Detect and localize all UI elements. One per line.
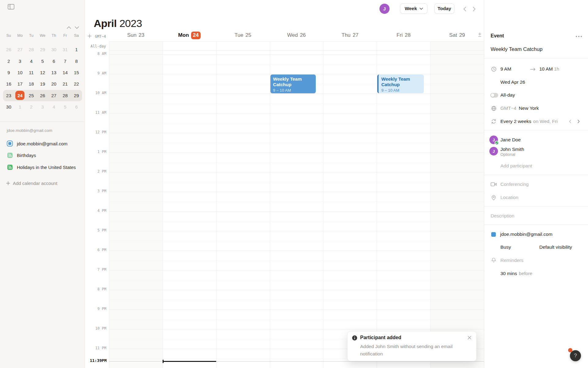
- mini-calendar-day[interactable]: 27: [14, 47, 26, 52]
- mini-calendar-day[interactable]: 21: [59, 81, 71, 86]
- repeat-icon: [491, 118, 497, 125]
- event-timezone[interactable]: GMT−4: [500, 105, 516, 111]
- hour-gridline: [109, 329, 484, 329]
- mini-calendar-day[interactable]: 28: [26, 47, 37, 52]
- reminder-value[interactable]: 30 mins: [500, 271, 517, 276]
- mini-calendar-weekday: Th: [48, 33, 59, 38]
- recurrence-next-icon[interactable]: [576, 119, 581, 124]
- calendar-list-item[interactable]: jdoe.mobbin@gmail.com: [0, 138, 85, 150]
- event-date-field[interactable]: Wed Apr 26: [500, 79, 525, 85]
- mini-calendar-day[interactable]: 3: [37, 104, 48, 109]
- recurrence-field[interactable]: Every 2 weeks: [500, 119, 531, 124]
- mini-calendar-day[interactable]: 27: [48, 93, 59, 98]
- mini-calendar-day[interactable]: 12: [37, 70, 48, 75]
- mini-calendar-day[interactable]: 25: [26, 93, 37, 98]
- day-header[interactable]: Thu27: [323, 29, 377, 41]
- mini-calendar-day[interactable]: 29: [71, 93, 82, 98]
- mini-calendar-day[interactable]: 2: [3, 59, 14, 64]
- event-calendar-selector[interactable]: jdoe.mobbin@gmail.com: [500, 232, 552, 237]
- help-button[interactable]: ?: [570, 350, 581, 361]
- mini-calendar-day[interactable]: 14: [59, 70, 71, 75]
- reminders-field[interactable]: Reminders: [500, 258, 523, 263]
- sidebar-toggle-icon[interactable]: [7, 4, 15, 10]
- mini-calendar-day[interactable]: 2: [26, 104, 37, 109]
- timezone-city[interactable]: New York: [519, 105, 539, 111]
- mini-calendar-day[interactable]: 10: [14, 70, 26, 75]
- mini-calendar-day[interactable]: 31: [59, 47, 71, 52]
- today-button[interactable]: Today: [434, 3, 454, 14]
- day-header-label: Sun: [127, 32, 136, 38]
- view-selector-button[interactable]: Week: [400, 3, 428, 14]
- close-icon[interactable]: [467, 335, 472, 340]
- recurrence-prev-icon[interactable]: [567, 119, 572, 124]
- mini-calendar-day[interactable]: 23: [3, 93, 14, 98]
- mini-calendar-day[interactable]: 1: [71, 47, 82, 52]
- mini-calendar-day[interactable]: 11: [26, 70, 37, 75]
- mini-calendar-day[interactable]: 24: [14, 91, 26, 100]
- mini-calendar-day[interactable]: 6: [48, 59, 59, 64]
- all-day-toggle[interactable]: [490, 93, 498, 98]
- event-card[interactable]: Weekly Team Catchup9 – 10 AM: [270, 75, 316, 93]
- mini-calendar-day[interactable]: 6: [71, 104, 82, 109]
- mini-calendar-day[interactable]: 17: [14, 81, 26, 86]
- mini-calendar-day[interactable]: 1: [14, 104, 26, 109]
- description-field[interactable]: Description: [491, 213, 514, 219]
- calendar-list-item[interactable]: Holidays in the United States: [0, 161, 85, 173]
- visibility-selector[interactable]: Default visibility: [539, 244, 572, 250]
- mini-calendar-day[interactable]: 15: [71, 70, 82, 75]
- mini-calendar-next-icon[interactable]: [74, 25, 80, 29]
- location-field[interactable]: Location: [500, 195, 518, 200]
- prev-week-icon[interactable]: [462, 6, 467, 12]
- timezone-label[interactable]: GMT−4: [85, 34, 106, 39]
- all-day-row[interactable]: [109, 42, 484, 51]
- day-header[interactable]: Mon24: [163, 29, 216, 41]
- half-hour-gridline: [109, 103, 484, 104]
- mini-calendar-day[interactable]: 9: [3, 70, 14, 75]
- add-calendar-account-button[interactable]: Add calendar account: [6, 181, 57, 186]
- mini-calendar-day[interactable]: 22: [71, 81, 82, 86]
- mini-calendar-day[interactable]: 4: [48, 104, 59, 109]
- end-time-field[interactable]: 10 AM: [539, 66, 553, 72]
- more-options-icon[interactable]: [575, 33, 583, 39]
- mini-calendar-day[interactable]: 19: [37, 81, 48, 86]
- mini-calendar-day[interactable]: 8: [71, 59, 82, 64]
- day-header[interactable]: Wed26: [270, 29, 323, 41]
- busy-status-selector[interactable]: Busy: [500, 244, 511, 250]
- mini-calendar-today-badge[interactable]: 24: [15, 91, 24, 100]
- add-participant-input[interactable]: Add participant: [500, 163, 532, 169]
- day-header[interactable]: Sun23: [109, 29, 163, 41]
- user-avatar[interactable]: J: [379, 4, 390, 14]
- mini-calendar-day[interactable]: 5: [59, 104, 71, 109]
- start-time-field[interactable]: 9 AM: [500, 66, 511, 72]
- mini-calendar-day[interactable]: 4: [26, 59, 37, 64]
- day-header[interactable]: Tue25: [216, 29, 270, 41]
- rss-icon[interactable]: [7, 152, 13, 159]
- conferencing-field[interactable]: Conferencing: [500, 182, 529, 187]
- event-card[interactable]: Weekly Team Catchup9 – 10 AM: [377, 75, 424, 93]
- rss-icon[interactable]: [7, 164, 13, 170]
- toast-notification: Participant added Added John Smith witho…: [347, 331, 477, 361]
- day-header[interactable]: Sat29: [430, 29, 484, 41]
- day-header-date: 28: [405, 32, 411, 38]
- calendar-checkbox-icon[interactable]: [7, 140, 13, 147]
- participant-row[interactable]: JJane Doe: [484, 135, 588, 145]
- mini-calendar-day[interactable]: 28: [59, 93, 71, 98]
- mini-calendar-day[interactable]: 29: [37, 47, 48, 52]
- mini-calendar-day[interactable]: 16: [3, 81, 14, 86]
- mini-calendar-day[interactable]: 5: [37, 59, 48, 64]
- mini-calendar-day[interactable]: 13: [48, 70, 59, 75]
- mini-calendar-day[interactable]: 26: [3, 47, 14, 52]
- mini-calendar-day[interactable]: 30: [3, 104, 14, 109]
- day-header[interactable]: Fri28: [377, 29, 430, 41]
- event-title-field[interactable]: Weekly Team Catchup: [491, 46, 542, 52]
- mini-calendar-day[interactable]: 26: [37, 93, 48, 98]
- mini-calendar-day[interactable]: 30: [48, 47, 59, 52]
- mini-calendar-day[interactable]: 3: [14, 59, 26, 64]
- mini-calendar-prev-icon[interactable]: [66, 25, 72, 29]
- mini-calendar-day[interactable]: 20: [48, 81, 59, 86]
- mini-calendar-day[interactable]: 7: [59, 59, 71, 64]
- next-week-icon[interactable]: [472, 6, 477, 12]
- mini-calendar-day[interactable]: 18: [26, 81, 37, 86]
- calendar-list-item[interactable]: Birthdays: [0, 150, 85, 162]
- participant-row[interactable]: JJohn SmithOptional: [484, 147, 588, 159]
